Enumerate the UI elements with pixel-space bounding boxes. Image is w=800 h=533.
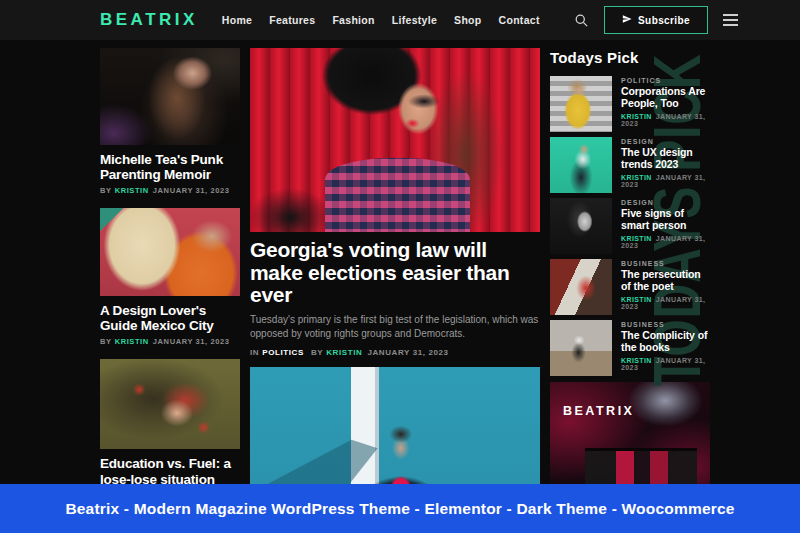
pick-thumbnail[interactable] [550,198,612,254]
pick-item[interactable]: BUSINESS The persecution of the poet KRI… [550,259,710,315]
nav-item-home[interactable]: Home [222,14,252,26]
article-card: Education vs. Fuel: a lose-lose situatio… [100,359,240,499]
pick-category[interactable]: BUSINESS [621,260,710,267]
author-link[interactable]: KRISTIN [115,337,149,346]
article-title[interactable]: Michelle Tea's Punk Parenting Memoir [100,152,240,182]
send-icon [622,14,632,26]
pick-title[interactable]: Five signs of smart person [621,208,710,232]
sidebar-heading: Todays Pick [550,49,710,66]
article-card: Michelle Tea's Punk Parenting Memoir BYK… [100,48,240,195]
article-title[interactable]: A Design Lover's Guide Mexico City [100,303,240,333]
search-icon[interactable] [574,13,589,28]
author-link[interactable]: KRISTIN [621,113,652,120]
article-image-design-guide[interactable] [100,208,240,296]
in-label: IN [250,348,259,357]
article-meta: BYKRISTINJANUARY 31, 2023 [100,337,240,346]
pick-item[interactable]: POLITICS Corporations Are People, Too KR… [550,76,710,132]
promo-logo-text: BEATRIX [563,404,634,418]
pick-text: BUSINESS The Complicity of the books KRI… [621,320,710,376]
pick-text: DESIGN The UX design trends 2023 KRISTIN… [621,137,710,193]
by-label: BY [311,348,323,357]
pick-item[interactable]: BUSINESS The Complicity of the books KRI… [550,320,710,376]
pick-text: DESIGN Five signs of smart person KRISTI… [621,198,710,254]
theme-promo-text: Beatrix - Modern Magazine WordPress Them… [65,500,734,518]
article-image-singer[interactable] [100,48,240,145]
pick-meta: KRISTINJANUARY 31, 2023 [621,113,710,127]
nav-item-contact[interactable]: Contact [499,14,540,26]
site-header: BEATRIX Home Features Fashion Lifestyle … [0,0,800,40]
left-column: Michelle Tea's Punk Parenting Memoir BYK… [100,48,240,513]
pick-item[interactable]: DESIGN The UX design trends 2023 KRISTIN… [550,137,710,193]
pick-meta: KRISTINJANUARY 31, 2023 [621,235,710,249]
promo-banner[interactable]: BEATRIX [550,382,710,486]
author-link[interactable]: KRISTIN [621,235,652,242]
pick-meta: KRISTINJANUARY 31, 2023 [621,357,710,371]
subscribe-label: Subscribe [638,15,690,26]
site-logo[interactable]: BEATRIX [100,10,198,30]
article-meta: BYKRISTINJANUARY 31, 2023 [100,186,240,195]
menu-icon[interactable] [723,14,738,26]
pick-thumbnail[interactable] [550,259,612,315]
pick-category[interactable]: BUSINESS [621,321,710,328]
page: BEATRIX Home Features Fashion Lifestyle … [0,0,800,533]
pick-meta: KRISTINJANUARY 31, 2023 [621,296,710,310]
author-link[interactable]: KRISTIN [621,357,652,364]
theme-promo-banner: Beatrix - Modern Magazine WordPress Them… [0,484,800,533]
header-actions: Subscribe [574,6,738,34]
pick-text: BUSINESS The persecution of the poet KRI… [621,259,710,315]
author-link[interactable]: KRISTIN [115,186,149,195]
article-title[interactable]: Education vs. Fuel: a lose-lose situatio… [100,456,240,486]
article-date: JANUARY 31, 2023 [153,186,230,195]
author-link[interactable]: KRISTIN [326,348,362,357]
category-link[interactable]: POLITICS [262,348,304,357]
featured-excerpt: Tuesday's primary is the first big test … [250,313,540,341]
by-label: BY [100,337,112,346]
article-date: JANUARY 31, 2023 [153,337,230,346]
pick-title[interactable]: The persecution of the poet [621,269,710,293]
pick-meta: KRISTINJANUARY 31, 2023 [621,174,710,188]
pick-category[interactable]: DESIGN [621,199,710,206]
nav-item-shop[interactable]: Shop [454,14,481,26]
pick-thumbnail[interactable] [550,320,612,376]
subscribe-button[interactable]: Subscribe [604,6,708,34]
author-link[interactable]: KRISTIN [621,174,652,181]
pick-title[interactable]: Corporations Are People, Too [621,86,710,110]
author-link[interactable]: KRISTIN [621,296,652,303]
pick-thumbnail[interactable] [550,137,612,193]
article-date: JANUARY 31, 2023 [367,348,448,357]
nav-item-fashion[interactable]: Fashion [332,14,374,26]
nav-item-features[interactable]: Features [269,14,315,26]
featured-title[interactable]: Georgia's voting law will make elections… [250,239,540,307]
nav-item-lifestyle[interactable]: Lifestyle [392,14,437,26]
by-label: BY [100,186,112,195]
pick-item[interactable]: DESIGN Five signs of smart person KRISTI… [550,198,710,254]
pick-thumbnail[interactable] [550,76,612,132]
featured-column: Georgia's voting law will make elections… [250,48,540,507]
todays-pick-sidebar: Todays Pick POLITICS Corporations Are Pe… [550,48,710,486]
pick-title[interactable]: The UX design trends 2023 [621,147,710,171]
pick-text: POLITICS Corporations Are People, Too KR… [621,76,710,132]
pick-title[interactable]: The Complicity of the books [621,330,710,354]
pick-category[interactable]: DESIGN [621,138,710,145]
article-card: A Design Lover's Guide Mexico City BYKRI… [100,208,240,346]
pick-category[interactable]: POLITICS [621,77,710,84]
featured-meta: INPOLITICSBYKRISTINJANUARY 31, 2023 [250,348,540,357]
article-image-education[interactable] [100,359,240,449]
featured-image[interactable] [250,48,540,232]
main-nav: Home Features Fashion Lifestyle Shop Con… [222,14,540,26]
